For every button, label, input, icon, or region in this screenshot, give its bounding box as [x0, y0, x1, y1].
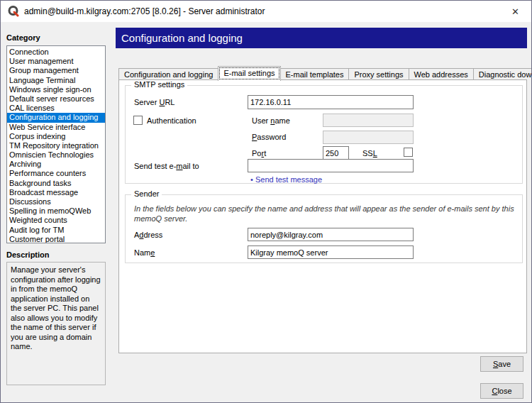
category-item[interactable]: Connection: [7, 48, 105, 57]
name-label: Name: [134, 248, 155, 257]
category-item[interactable]: Customer portal: [7, 235, 105, 243]
page-title: Configuration and logging: [116, 28, 527, 48]
password-input[interactable]: [323, 131, 414, 144]
authentication-label: Authentication: [147, 116, 196, 125]
description-heading: Description: [6, 250, 50, 259]
port-label: Port: [252, 149, 266, 158]
send-test-email-label: Send test e-mail to: [134, 162, 199, 170]
category-item[interactable]: Default server resources: [7, 94, 105, 104]
category-item[interactable]: Spelling in memoQWeb: [7, 206, 105, 216]
category-heading: Category: [6, 33, 40, 42]
window-title: admin@build-m.kilgray.com:2705 [8.0.26] …: [24, 6, 265, 16]
smtp-group-label: SMTP settings: [131, 80, 187, 89]
port-input[interactable]: [323, 146, 349, 160]
category-item[interactable]: Corpus indexing: [7, 132, 105, 141]
close-button[interactable]: Close: [480, 383, 523, 399]
user-name-label: User name: [252, 116, 290, 125]
category-item[interactable]: Background tasks: [7, 179, 105, 188]
tab-email-settings[interactable]: E-mail settings: [218, 66, 280, 81]
send-test-email-input[interactable]: [248, 159, 414, 172]
category-item[interactable]: Web Service interface: [7, 123, 105, 132]
category-item[interactable]: TM Repository integration: [7, 141, 105, 150]
title-bar: admin@build-m.kilgray.com:2705 [8.0.26] …: [1, 1, 531, 22]
sender-group: Sender In the fields below you can speci…: [125, 194, 523, 263]
send-test-message-link[interactable]: • Send test message: [250, 175, 322, 184]
category-item[interactable]: Configuration and logging: [7, 113, 105, 122]
server-administrator-window: admin@build-m.kilgray.com:2705 [8.0.26] …: [0, 0, 532, 403]
ssl-checkbox[interactable]: [404, 148, 413, 157]
category-item[interactable]: Weighted counts: [7, 216, 105, 225]
sender-group-label: Sender: [131, 189, 162, 198]
description-text: Manage your server's configuration after…: [6, 262, 106, 385]
category-item[interactable]: Discussions: [7, 197, 105, 206]
user-name-input[interactable]: [323, 114, 414, 127]
category-item[interactable]: User management: [7, 57, 105, 66]
category-item[interactable]: Broadcast message: [7, 188, 105, 197]
memoq-app-icon: [8, 6, 19, 17]
email-settings-panel: SMTP settings Server URL Authentication …: [118, 79, 527, 353]
category-item[interactable]: Group management: [7, 66, 105, 75]
address-label: Address: [134, 231, 162, 239]
category-item[interactable]: Omniscien Technologies: [7, 150, 105, 160]
name-input[interactable]: [248, 245, 414, 259]
smtp-settings-group: SMTP settings Server URL Authentication …: [125, 85, 523, 184]
ssl-label: SSL: [362, 149, 377, 158]
sender-note: In the fields below you can specify the …: [134, 204, 517, 223]
category-item[interactable]: CAL licenses: [7, 104, 105, 113]
server-url-label: Server URL: [134, 98, 174, 106]
category-list: Connection User management Group managem…: [6, 45, 106, 243]
category-item[interactable]: Archiving: [7, 160, 105, 169]
address-input[interactable]: [248, 228, 414, 241]
settings-tabstrip: Configuration and logging E-mail setting…: [118, 67, 532, 81]
category-item[interactable]: Performance counters: [7, 169, 105, 178]
server-url-input[interactable]: [248, 95, 414, 109]
save-button[interactable]: Save: [480, 356, 523, 372]
category-item[interactable]: Audit log for TM: [7, 226, 105, 235]
link-bullet-icon: •: [250, 175, 253, 184]
password-label: Password: [252, 133, 286, 141]
category-item[interactable]: Language Terminal: [7, 76, 105, 85]
authentication-checkbox[interactable]: [133, 116, 143, 125]
category-item[interactable]: Windows single sign-on: [7, 85, 105, 94]
window-close-icon[interactable]: ✕: [499, 1, 531, 22]
